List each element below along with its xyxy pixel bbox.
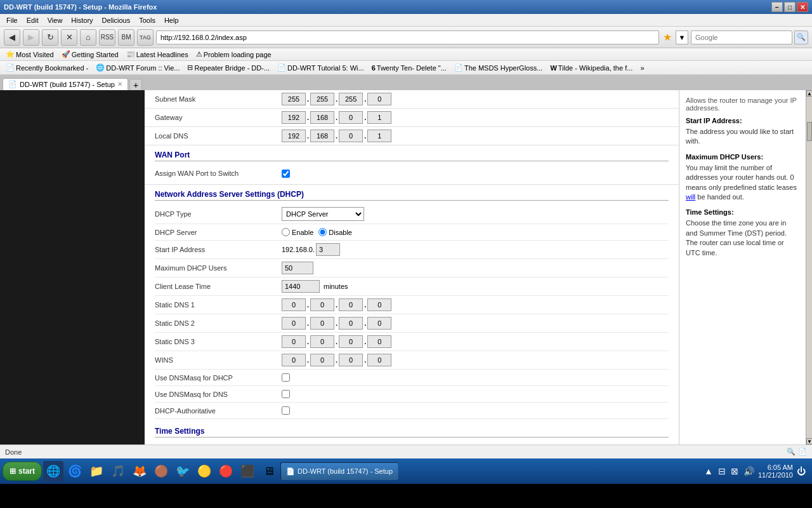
lease-time-input[interactable] bbox=[282, 280, 320, 293]
active-window-taskbar[interactable]: 📄 DD-WRT (build 15747) - Setup bbox=[280, 462, 398, 480]
search-input[interactable] bbox=[691, 30, 792, 44]
minimize-button[interactable]: − bbox=[771, 2, 783, 12]
taskbar-app-6[interactable]: 🔴 bbox=[216, 461, 236, 481]
active-tab[interactable]: 📄 DD-WRT (build 15747) - Setup ✕ bbox=[3, 78, 128, 90]
bookmark-star[interactable]: ★ bbox=[662, 31, 673, 43]
menu-tools[interactable]: Tools bbox=[135, 16, 159, 25]
home-button[interactable]: ⌂ bbox=[80, 29, 96, 46]
wins-octet4[interactable] bbox=[367, 354, 391, 366]
taskbar-app-4[interactable]: 🐦 bbox=[173, 461, 193, 481]
menu-history[interactable]: History bbox=[67, 16, 96, 25]
gateway-octet1[interactable] bbox=[282, 111, 306, 124]
taskbar-app-5[interactable]: 🟡 bbox=[194, 461, 214, 481]
bookmark-most-visited[interactable]: ⭐ Most Visited bbox=[3, 50, 57, 59]
bookmark-latest-headlines[interactable]: 📰 Latest Headlines bbox=[123, 50, 192, 59]
dhcp-enable-radio[interactable] bbox=[282, 228, 290, 236]
menu-help[interactable]: Help bbox=[160, 16, 183, 25]
gateway-octet3[interactable] bbox=[339, 111, 363, 124]
bookmark-ddwrt-forum[interactable]: 🌐 DD-WRT Forum :: Vie... bbox=[93, 63, 183, 72]
static-dns2-octet4[interactable] bbox=[367, 317, 391, 330]
bookmark-problem-loading[interactable]: ⚠ Problem loading page bbox=[193, 50, 275, 59]
static-dns3-octet3[interactable] bbox=[339, 335, 363, 348]
scroll-thumb[interactable] bbox=[807, 122, 812, 141]
rss-button[interactable]: RSS bbox=[99, 29, 115, 46]
bookmarks-sidebar-button[interactable]: BM bbox=[118, 29, 134, 46]
dhcp-auth-checkbox[interactable] bbox=[282, 406, 290, 415]
wins-octet2[interactable] bbox=[310, 354, 334, 366]
local-dns-octet4[interactable] bbox=[367, 130, 391, 142]
wins-octet3[interactable] bbox=[339, 354, 363, 366]
taskbar-app-7[interactable]: ⬛ bbox=[237, 461, 258, 481]
static-dns2-octet3[interactable] bbox=[339, 317, 363, 330]
scroll-up-button[interactable]: ▲ bbox=[806, 90, 812, 97]
static-dns3-octet1[interactable] bbox=[282, 335, 306, 348]
scroll-down-button[interactable]: ▼ bbox=[806, 438, 812, 444]
will-link[interactable]: will bbox=[686, 193, 695, 201]
static-dns1-octet4[interactable] bbox=[367, 298, 391, 311]
static-dns1-octet1[interactable] bbox=[282, 298, 306, 311]
tray-power-icon[interactable]: ⊠ bbox=[730, 465, 740, 478]
tray-network-icon[interactable]: ⊟ bbox=[717, 465, 727, 478]
dhcp-disable-radio[interactable] bbox=[318, 228, 327, 236]
max-users-input[interactable] bbox=[282, 262, 313, 274]
bookmark-recently-bookmarked[interactable]: 📄 Recently Bookmarked - bbox=[3, 63, 91, 72]
bookmark-dropdown[interactable]: ▼ bbox=[676, 30, 688, 44]
show-desktop-icon[interactable]: ⏻ bbox=[796, 465, 807, 478]
status-page-icon[interactable]: 📄 bbox=[798, 448, 807, 456]
menu-file[interactable]: File bbox=[3, 16, 22, 25]
dnsmasq-dhcp-checkbox[interactable] bbox=[282, 373, 290, 382]
taskbar-app-ie[interactable]: 🌐 bbox=[43, 461, 63, 481]
ddwrt-scrollbar[interactable]: ▲ ▼ bbox=[806, 90, 812, 444]
static-dns1-octet3[interactable] bbox=[339, 298, 363, 311]
bookmark-msds[interactable]: 📄 The MSDS HyperGloss... bbox=[451, 63, 546, 72]
static-dns2-octet2[interactable] bbox=[310, 317, 334, 330]
back-button[interactable]: ◀ bbox=[4, 29, 20, 46]
tray-arrow-icon[interactable]: ▲ bbox=[703, 465, 714, 478]
taskbar-app-8[interactable]: 🖥 bbox=[259, 461, 279, 481]
bookmark-twenty-ten[interactable]: 6 Twenty Ten- Delete "... bbox=[369, 64, 450, 72]
bookmark-getting-started[interactable]: 🚀 Getting Started bbox=[58, 50, 122, 59]
status-zoom-icon[interactable]: 🔍 bbox=[787, 448, 796, 456]
taskbar-app-explorer[interactable]: 📁 bbox=[86, 461, 107, 481]
static-dns3-octet4[interactable] bbox=[367, 335, 391, 348]
subnet-mask-octet4[interactable] bbox=[367, 93, 391, 105]
subnet-mask-octet3[interactable] bbox=[339, 93, 363, 105]
local-dns-octet1[interactable] bbox=[282, 130, 306, 142]
forward-button[interactable]: ▶ bbox=[23, 29, 39, 46]
new-tab-button[interactable]: + bbox=[129, 79, 142, 90]
menu-view[interactable]: View bbox=[44, 16, 67, 25]
taskbar-app-3[interactable]: 🟤 bbox=[151, 461, 171, 481]
wins-octet1[interactable] bbox=[282, 354, 306, 366]
assign-wan-checkbox[interactable] bbox=[282, 170, 290, 178]
bookmark-repeater-bridge[interactable]: ⊟ Repeater Bridge - DD-... bbox=[184, 63, 273, 72]
taskbar-app-media[interactable]: 🎵 bbox=[108, 461, 128, 481]
address-bar[interactable] bbox=[156, 30, 659, 44]
reload-button[interactable]: ↻ bbox=[42, 29, 58, 46]
taskbar-app-chrome[interactable]: 🌀 bbox=[65, 461, 85, 481]
start-ip-last-input[interactable] bbox=[316, 243, 340, 256]
dnsmasq-dns-checkbox[interactable] bbox=[282, 390, 290, 398]
clock[interactable]: 6:05 AM 11/21/2010 bbox=[758, 464, 793, 479]
local-dns-octet3[interactable] bbox=[339, 130, 363, 142]
subnet-mask-octet2[interactable] bbox=[310, 93, 334, 105]
bookmark-tilde[interactable]: W Tilde - Wikipedia, the f... bbox=[547, 64, 636, 72]
start-button[interactable]: ⊞ start bbox=[3, 462, 42, 481]
taskbar-app-firefox[interactable]: 🦊 bbox=[129, 461, 150, 481]
bookmark-more[interactable]: » bbox=[637, 64, 647, 72]
static-dns1-octet2[interactable] bbox=[310, 298, 334, 311]
stop-button[interactable]: ✕ bbox=[61, 29, 77, 46]
close-button[interactable]: ✕ bbox=[797, 2, 808, 12]
gateway-octet4[interactable] bbox=[367, 111, 391, 124]
tray-volume-icon[interactable]: 🔊 bbox=[742, 465, 756, 478]
search-button[interactable]: 🔍 bbox=[794, 30, 808, 44]
maximize-button[interactable]: □ bbox=[784, 2, 796, 12]
menu-delicious[interactable]: Delicious bbox=[98, 16, 134, 25]
subnet-mask-octet1[interactable] bbox=[282, 93, 306, 105]
local-dns-octet2[interactable] bbox=[310, 130, 334, 142]
gateway-octet2[interactable] bbox=[310, 111, 334, 124]
static-dns3-octet2[interactable] bbox=[310, 335, 334, 348]
tab-close-button[interactable]: ✕ bbox=[117, 81, 122, 88]
tag-button[interactable]: TAG bbox=[137, 29, 154, 46]
bookmark-ddwrt-tutorial[interactable]: 📄 DD-WRT Tutorial 5: Wi... bbox=[274, 63, 367, 72]
menu-edit[interactable]: Edit bbox=[23, 16, 43, 25]
